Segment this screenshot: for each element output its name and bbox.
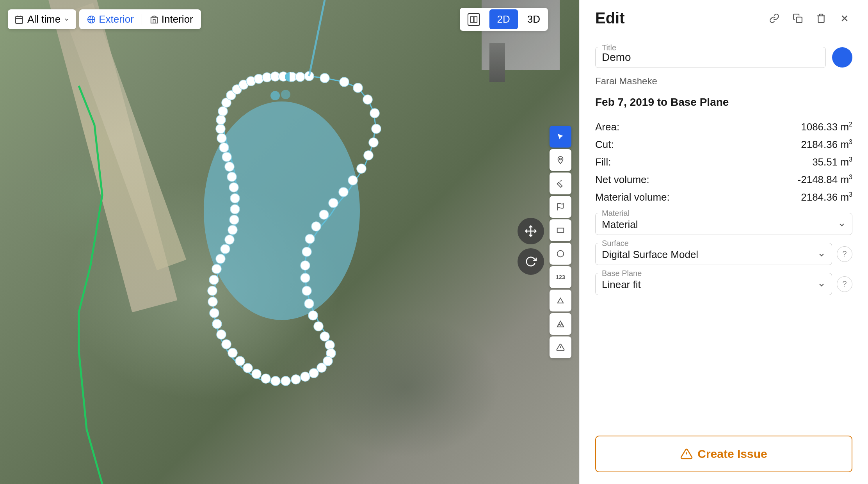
measurement-cut: Cut: 2184.36 m3: [595, 137, 852, 152]
cut-value: 2184.36 m3: [801, 139, 852, 151]
map-area[interactable]: All time Exterior: [0, 0, 579, 484]
svg-line-94: [560, 182, 560, 182]
2d-btn[interactable]: 2D: [489, 9, 518, 29]
compare-btn[interactable]: [460, 9, 488, 30]
surface-row: Surface Digital Surface Model ?: [595, 243, 852, 265]
refresh-icon: [525, 256, 537, 267]
svg-point-92: [560, 158, 562, 160]
base-plane-chevron-icon: [818, 281, 825, 289]
location-tool-btn[interactable]: [550, 149, 571, 171]
refresh-btn[interactable]: [518, 248, 544, 275]
svg-rect-89: [153, 20, 155, 23]
create-issue-label: Create Issue: [697, 447, 767, 461]
move-btn[interactable]: [518, 218, 544, 244]
mountain-icon: [556, 320, 565, 328]
svg-rect-105: [797, 17, 802, 22]
circle-icon: [556, 249, 565, 258]
warning-tool-btn[interactable]: [550, 336, 571, 358]
svg-rect-90: [470, 16, 473, 22]
measurements-grid: Area: 1086.33 m2 Cut: 2184.36 m3 Fill: 3…: [595, 119, 852, 205]
author-name: Farai Masheke: [595, 76, 852, 87]
net-volume-label: Net volume:: [595, 174, 649, 186]
tab-interior-label: Interior: [162, 13, 193, 25]
title-field-value: Demo: [602, 51, 631, 63]
cursor-tool-btn[interactable]: [550, 126, 571, 148]
create-issue-button[interactable]: Create Issue: [595, 436, 852, 472]
title-field[interactable]: Title Demo: [595, 47, 826, 68]
link-btn[interactable]: [767, 11, 782, 26]
compare-icon: [468, 13, 480, 26]
delete-icon: [816, 13, 826, 23]
svg-line-95: [561, 180, 562, 181]
cursor-icon: [556, 132, 565, 141]
view-tabs: Exterior Interior: [79, 9, 201, 29]
svg-marker-99: [558, 298, 564, 303]
base-plane-help-icon[interactable]: ?: [837, 276, 852, 292]
warning-issue-icon: [680, 448, 693, 460]
top-bar-left: All time Exterior: [8, 9, 201, 29]
base-plane-dropdown[interactable]: Base Plane Linear fit: [595, 273, 832, 295]
base-plane-dropdown-label: Base Plane: [600, 269, 643, 278]
surface-help-label: ?: [842, 249, 847, 258]
triangle-small-tool-btn[interactable]: [550, 290, 571, 311]
mountain-tool-btn[interactable]: [550, 313, 571, 335]
rectangle-icon: [556, 226, 565, 235]
svg-point-98: [557, 251, 564, 257]
area-label: Area:: [595, 121, 619, 133]
avatar: [832, 47, 852, 68]
tab-exterior-label: Exterior: [99, 13, 134, 25]
time-selector[interactable]: All time: [8, 9, 76, 29]
panel-actions: [767, 11, 852, 26]
circle-tool-btn[interactable]: [550, 243, 571, 265]
base-plane-dropdown-value: Linear fit: [602, 279, 641, 291]
measurement-net-volume: Net volume: -2148.84 m3: [595, 172, 852, 187]
surface-dropdown[interactable]: Surface Digital Surface Model: [595, 243, 832, 265]
number-tool-label: 123: [556, 274, 565, 280]
base-plane-help-label: ?: [842, 279, 847, 288]
globe-icon: [87, 15, 96, 24]
delete-btn[interactable]: [813, 11, 829, 26]
ruler-tool-btn[interactable]: [550, 173, 571, 194]
side-panel: Edit: [579, 0, 868, 484]
dimension-selector: 2D 3D: [460, 8, 548, 31]
svg-line-93: [559, 182, 559, 183]
material-dropdown[interactable]: Material Material: [595, 213, 852, 235]
material-volume-label: Material volume:: [595, 191, 670, 203]
duplicate-btn[interactable]: [790, 11, 806, 26]
measurement-area: Area: 1086.33 m2: [595, 119, 852, 135]
rectangle-tool-btn[interactable]: [550, 219, 571, 241]
flag-tool-btn[interactable]: [550, 196, 571, 218]
cut-label: Cut:: [595, 139, 614, 151]
title-row: Title Demo: [595, 47, 852, 68]
fill-label: Fill:: [595, 156, 611, 168]
material-dropdown-label: Material: [600, 209, 631, 218]
number-tool-btn[interactable]: 123: [550, 266, 571, 288]
close-btn[interactable]: [837, 11, 852, 26]
svg-rect-91: [474, 16, 477, 22]
surface-help-icon[interactable]: ?: [837, 246, 852, 262]
panel-header: Edit: [580, 0, 868, 35]
building-icon: [150, 15, 158, 24]
tab-interior[interactable]: Interior: [142, 9, 201, 29]
title-field-label: Title: [600, 43, 618, 52]
ruler-icon: [556, 179, 565, 188]
link-icon: [769, 13, 779, 23]
surface-chevron-icon: [818, 251, 825, 259]
time-selector-label: All time: [27, 13, 60, 25]
panel-title: Edit: [595, 9, 625, 27]
tab-exterior[interactable]: Exterior: [79, 9, 142, 29]
close-icon: [840, 13, 850, 23]
2d-label: 2D: [497, 13, 510, 25]
duplicate-icon: [793, 13, 803, 23]
measurement-material-volume: Material volume: 2184.36 m3: [595, 190, 852, 205]
3d-label: 3D: [527, 13, 540, 25]
3d-btn[interactable]: 3D: [519, 9, 548, 29]
svg-rect-97: [557, 228, 564, 233]
net-volume-value: -2148.84 m3: [798, 174, 852, 186]
float-controls: [518, 218, 544, 275]
fill-value: 35.51 m3: [812, 156, 852, 168]
location-pin-icon: [556, 156, 565, 164]
triangle-small-icon: [556, 296, 565, 305]
chevron-down-icon: [64, 16, 70, 23]
surface-dropdown-label: Surface: [600, 239, 630, 248]
